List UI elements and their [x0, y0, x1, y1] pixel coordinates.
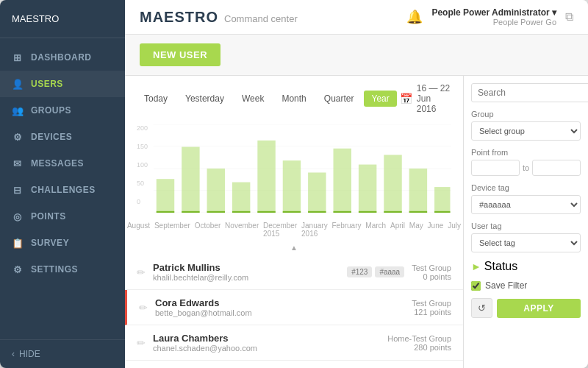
sidebar-item-settings[interactable]: ⚙ SETTINGS	[0, 256, 125, 283]
sidebar-label-settings: SETTINGS	[31, 264, 78, 275]
center-panel: TodayYesterdayWeekMonthQuarterYear 📅 16 …	[125, 76, 463, 368]
bar-chart	[137, 124, 451, 213]
date-filters: TodayYesterdayWeekMonthQuarterYear 📅 16 …	[125, 76, 463, 118]
user-row: ✏ Patrick Mullins khalil.bechtelar@reill…	[125, 255, 463, 290]
group-label: Group	[471, 110, 581, 118]
chart-area: 200 150 100 50 0	[125, 118, 463, 222]
survey-icon: 📋	[12, 237, 24, 249]
svg-rect-11	[232, 183, 250, 213]
user-info: Cora Edwards bette_bogan@hotmail.com	[155, 297, 397, 317]
user-meta: Home-Test Group 280 points	[387, 334, 451, 352]
group-select[interactable]: Select group	[471, 121, 581, 141]
refresh-button[interactable]: ↺	[471, 298, 492, 318]
device-tag-select[interactable]: #aaaaaa	[471, 195, 581, 214]
header-right: 🔔 People Power Administrator ▾ People Po…	[406, 7, 573, 26]
svg-rect-22	[359, 211, 376, 213]
user-row: ✏ Laura Chambers chanel.schaden@yahoo.co…	[125, 325, 463, 361]
edit-icon[interactable]: ✏	[137, 337, 146, 349]
devices-icon: ⚙	[12, 131, 24, 143]
sidebar-label-messages: MESSAGES	[31, 158, 84, 169]
edit-icon[interactable]: ✏	[137, 266, 146, 278]
user-company: People Power Go	[493, 18, 556, 26]
chevron-left-icon: ‹	[12, 349, 15, 359]
status-section: ► Status	[471, 260, 581, 273]
user-name-text: Laura Chambers	[153, 333, 373, 344]
notification-icon[interactable]: 🔔	[406, 9, 423, 25]
sidebar-item-messages[interactable]: ✉ MESSAGES	[0, 150, 125, 177]
sidebar-item-groups[interactable]: 👥 GROUPS	[0, 97, 125, 124]
save-filter-checkbox[interactable]	[471, 281, 481, 291]
sidebar-label-devices: DEVICES	[31, 132, 72, 142]
svg-rect-21	[359, 165, 376, 213]
user-tag-filter: User tag Select tag	[471, 222, 581, 252]
tag: #aaaa	[375, 266, 404, 277]
sidebar-item-users[interactable]: 👤 USERS	[0, 71, 125, 97]
hide-label: HIDE	[19, 349, 40, 359]
edit-icon[interactable]: ✏	[139, 302, 148, 314]
sidebar-label-users: USERS	[31, 79, 63, 89]
toolbar: NEW USER	[125, 35, 588, 76]
date-btn-quarter[interactable]: Quarter	[317, 91, 362, 107]
svg-rect-9	[207, 169, 225, 213]
user-row: ✏ Fannie Parks treva_moen@lorna.info #12…	[125, 361, 463, 368]
sidebar-item-dashboard[interactable]: ⊞ DASHBOARD	[0, 44, 125, 71]
tag: #123	[347, 266, 372, 277]
header-user: People Power Administrator ▾ People Powe…	[431, 7, 556, 26]
dashboard-icon: ⊞	[12, 52, 24, 63]
svg-rect-20	[334, 211, 351, 213]
svg-rect-17	[308, 172, 326, 213]
sidebar-item-survey[interactable]: 📋 SURVEY	[0, 230, 125, 256]
save-filter-label: Save Filter	[485, 280, 527, 291]
group-filter: Group Select group	[471, 110, 581, 141]
svg-rect-26	[409, 211, 427, 213]
groups-icon: 👥	[12, 105, 24, 116]
device-tag-filter: Device tag #aaaaaa	[471, 183, 581, 214]
chart-collapse-btn[interactable]: ▲	[125, 241, 463, 255]
sidebar-item-devices[interactable]: ⚙ DEVICES	[0, 124, 125, 150]
status-arrow-icon: ►	[471, 261, 481, 272]
point-range: to	[471, 160, 581, 176]
app-container: MAESTRO ⊞ DASHBOARD 👤 USERS 👥 GROUPS ⚙ D…	[0, 0, 588, 368]
date-btn-yesterday[interactable]: Yesterday	[178, 91, 232, 107]
action-row: ↺ APPLY	[471, 298, 581, 318]
user-list: ✏ Patrick Mullins khalil.bechtelar@reill…	[125, 255, 463, 368]
sidebar-label-dashboard: DASHBOARD	[31, 52, 92, 63]
user-row: ✏ Cora Edwards bette_bogan@hotmail.com T…	[125, 290, 463, 325]
challenges-icon: ⊟	[12, 184, 24, 196]
user-name-text: Patrick Mullins	[153, 262, 340, 273]
header: MAESTRO Command center 🔔 People Power Ad…	[125, 0, 588, 35]
date-btn-week[interactable]: Week	[234, 91, 271, 107]
svg-rect-14	[257, 211, 275, 213]
sidebar-item-challenges[interactable]: ⊟ CHALLENGES	[0, 177, 125, 203]
apply-button[interactable]: APPLY	[497, 299, 581, 318]
user-tag-select[interactable]: Select tag	[471, 233, 581, 252]
date-range-text: 16 — 22 Jun 2016	[417, 83, 451, 114]
svg-rect-19	[334, 149, 351, 213]
main-content: MAESTRO Command center 🔔 People Power Ad…	[125, 0, 588, 368]
svg-rect-15	[283, 160, 301, 213]
chart-x-labels: August September October November Decemb…	[125, 222, 463, 241]
user-name: People Power Administrator ▾	[431, 7, 556, 18]
svg-rect-25	[409, 169, 427, 213]
date-btn-month[interactable]: Month	[274, 91, 313, 107]
date-btn-today[interactable]: Today	[137, 91, 175, 107]
sidebar-logo: MAESTRO	[0, 0, 125, 38]
svg-rect-28	[434, 211, 450, 213]
point-from-input[interactable]	[471, 160, 520, 176]
point-to-input[interactable]	[532, 160, 581, 176]
body-area: TodayYesterdayWeekMonthQuarterYear 📅 16 …	[125, 76, 588, 368]
svg-rect-6	[157, 211, 174, 213]
new-user-button[interactable]: NEW USER	[140, 43, 220, 66]
sidebar-hide-btn[interactable]: ‹ HIDE	[0, 339, 125, 368]
search-input[interactable]	[471, 83, 588, 102]
date-btn-year[interactable]: Year	[364, 91, 396, 107]
sidebar-item-points[interactable]: ◎ POINTS	[0, 203, 125, 230]
user-group: Test Group	[412, 263, 451, 272]
status-label: Status	[484, 260, 517, 273]
calendar-icon: 📅	[400, 93, 412, 105]
svg-rect-10	[207, 211, 225, 213]
copy-icon[interactable]: ⧉	[565, 10, 573, 24]
svg-rect-27	[434, 187, 450, 213]
right-panel: 🔍 Group Select group Point from to	[463, 76, 588, 368]
chevron-up-icon: ▲	[290, 244, 298, 252]
